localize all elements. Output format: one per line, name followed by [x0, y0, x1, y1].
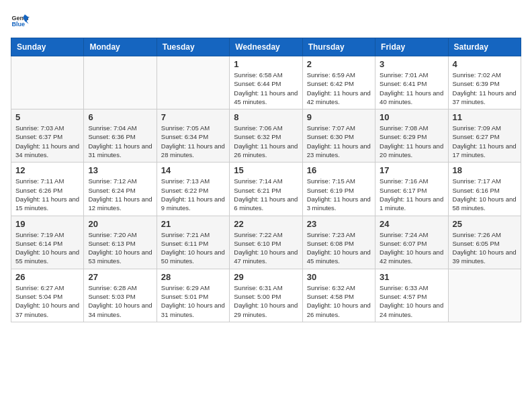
- weekday-header-saturday: Saturday: [448, 38, 521, 56]
- day-info: Sunrise: 6:27 AM Sunset: 5:04 PM Dayligh…: [15, 283, 79, 319]
- day-number: 14: [161, 165, 225, 175]
- day-info: Sunrise: 6:58 AM Sunset: 6:44 PM Dayligh…: [234, 71, 298, 106]
- day-info: Sunrise: 7:02 AM Sunset: 6:39 PM Dayligh…: [453, 71, 517, 106]
- day-number: 22: [234, 219, 298, 229]
- day-number: 19: [15, 219, 79, 229]
- calendar-cell: 27Sunrise: 6:28 AM Sunset: 5:03 PM Dayli…: [84, 269, 157, 322]
- calendar-cell: 18Sunrise: 7:17 AM Sunset: 6:16 PM Dayli…: [448, 163, 521, 216]
- weekday-header-thursday: Thursday: [302, 38, 375, 56]
- calendar-cell: 13Sunrise: 7:12 AM Sunset: 6:24 PM Dayli…: [84, 163, 157, 216]
- day-number: 15: [234, 165, 298, 175]
- weekday-header-friday: Friday: [375, 38, 448, 56]
- day-info: Sunrise: 7:13 AM Sunset: 6:22 PM Dayligh…: [161, 177, 225, 212]
- day-info: Sunrise: 7:01 AM Sunset: 6:41 PM Dayligh…: [380, 71, 443, 106]
- calendar-cell: 15Sunrise: 7:14 AM Sunset: 6:21 PM Dayli…: [230, 163, 302, 216]
- day-number: 31: [380, 272, 443, 282]
- calendar-cell: 9Sunrise: 7:07 AM Sunset: 6:30 PM Daylig…: [302, 109, 375, 163]
- day-info: Sunrise: 7:09 AM Sunset: 6:27 PM Dayligh…: [453, 124, 517, 159]
- calendar-cell: 5Sunrise: 7:03 AM Sunset: 6:37 PM Daylig…: [11, 109, 84, 163]
- day-info: Sunrise: 7:26 AM Sunset: 6:05 PM Dayligh…: [453, 230, 517, 266]
- calendar-cell: 26Sunrise: 6:27 AM Sunset: 5:04 PM Dayli…: [11, 269, 84, 322]
- day-number: 7: [161, 112, 225, 122]
- day-number: 8: [234, 112, 298, 122]
- day-info: Sunrise: 6:29 AM Sunset: 5:01 PM Dayligh…: [161, 283, 225, 319]
- day-info: Sunrise: 7:20 AM Sunset: 6:13 PM Dayligh…: [88, 230, 152, 266]
- weekday-header-wednesday: Wednesday: [230, 38, 302, 56]
- day-info: Sunrise: 6:59 AM Sunset: 6:42 PM Dayligh…: [307, 71, 371, 106]
- calendar-cell: 31Sunrise: 6:33 AM Sunset: 4:57 PM Dayli…: [375, 269, 448, 322]
- day-info: Sunrise: 7:11 AM Sunset: 6:26 PM Dayligh…: [15, 177, 79, 212]
- day-number: 21: [161, 219, 225, 229]
- day-info: Sunrise: 7:07 AM Sunset: 6:30 PM Dayligh…: [307, 124, 371, 159]
- calendar-cell: 2Sunrise: 6:59 AM Sunset: 6:42 PM Daylig…: [302, 56, 375, 109]
- day-number: 24: [380, 219, 443, 229]
- calendar-table: SundayMondayTuesdayWednesdayThursdayFrid…: [11, 38, 521, 322]
- day-info: Sunrise: 7:06 AM Sunset: 6:32 PM Dayligh…: [234, 124, 298, 159]
- day-number: 27: [88, 272, 152, 282]
- calendar-cell: 11Sunrise: 7:09 AM Sunset: 6:27 PM Dayli…: [448, 109, 521, 163]
- calendar-cell: 17Sunrise: 7:16 AM Sunset: 6:17 PM Dayli…: [375, 163, 448, 216]
- calendar-cell: 8Sunrise: 7:06 AM Sunset: 6:32 PM Daylig…: [230, 109, 302, 163]
- day-number: 13: [88, 165, 152, 175]
- calendar-cell: 6Sunrise: 7:04 AM Sunset: 6:36 PM Daylig…: [84, 109, 157, 163]
- logo-icon: General Blue: [11, 11, 30, 30]
- calendar-cell: [11, 56, 84, 109]
- calendar-cell: 1Sunrise: 6:58 AM Sunset: 6:44 PM Daylig…: [230, 56, 302, 109]
- weekday-header-monday: Monday: [84, 38, 157, 56]
- page-header: General Blue: [11, 11, 521, 30]
- day-number: 11: [453, 112, 517, 122]
- day-info: Sunrise: 7:12 AM Sunset: 6:24 PM Dayligh…: [88, 177, 152, 212]
- day-number: 4: [453, 59, 517, 69]
- day-number: 12: [15, 165, 79, 175]
- day-info: Sunrise: 6:31 AM Sunset: 5:00 PM Dayligh…: [234, 283, 298, 319]
- day-number: 1: [234, 59, 298, 69]
- calendar-cell: 30Sunrise: 6:32 AM Sunset: 4:58 PM Dayli…: [302, 269, 375, 322]
- calendar-cell: 24Sunrise: 7:24 AM Sunset: 6:07 PM Dayli…: [375, 216, 448, 269]
- day-info: Sunrise: 7:04 AM Sunset: 6:36 PM Dayligh…: [88, 124, 152, 159]
- day-number: 29: [234, 272, 298, 282]
- day-info: Sunrise: 7:22 AM Sunset: 6:10 PM Dayligh…: [234, 230, 298, 266]
- calendar-cell: [448, 269, 521, 322]
- day-number: 30: [307, 272, 371, 282]
- day-info: Sunrise: 6:32 AM Sunset: 4:58 PM Dayligh…: [307, 283, 371, 319]
- calendar-cell: 28Sunrise: 6:29 AM Sunset: 5:01 PM Dayli…: [157, 269, 229, 322]
- day-info: Sunrise: 7:14 AM Sunset: 6:21 PM Dayligh…: [234, 177, 298, 212]
- calendar-cell: 3Sunrise: 7:01 AM Sunset: 6:41 PM Daylig…: [375, 56, 448, 109]
- day-info: Sunrise: 7:19 AM Sunset: 6:14 PM Dayligh…: [15, 230, 79, 266]
- day-number: 25: [453, 219, 517, 229]
- day-number: 16: [307, 165, 371, 175]
- calendar-cell: 20Sunrise: 7:20 AM Sunset: 6:13 PM Dayli…: [84, 216, 157, 269]
- day-number: 2: [307, 59, 371, 69]
- calendar-cell: 14Sunrise: 7:13 AM Sunset: 6:22 PM Dayli…: [157, 163, 229, 216]
- day-info: Sunrise: 7:05 AM Sunset: 6:34 PM Dayligh…: [161, 124, 225, 159]
- calendar-cell: [157, 56, 229, 109]
- calendar-cell: 23Sunrise: 7:23 AM Sunset: 6:08 PM Dayli…: [302, 216, 375, 269]
- day-number: 5: [15, 112, 79, 122]
- day-number: 17: [380, 165, 443, 175]
- day-number: 9: [307, 112, 371, 122]
- day-number: 26: [15, 272, 79, 282]
- calendar-cell: 10Sunrise: 7:08 AM Sunset: 6:29 PM Dayli…: [375, 109, 448, 163]
- day-info: Sunrise: 7:03 AM Sunset: 6:37 PM Dayligh…: [15, 124, 79, 159]
- day-number: 23: [307, 219, 371, 229]
- day-number: 3: [380, 59, 443, 69]
- calendar-cell: 19Sunrise: 7:19 AM Sunset: 6:14 PM Dayli…: [11, 216, 84, 269]
- day-info: Sunrise: 7:24 AM Sunset: 6:07 PM Dayligh…: [380, 230, 443, 266]
- day-info: Sunrise: 7:21 AM Sunset: 6:11 PM Dayligh…: [161, 230, 225, 266]
- calendar-cell: [84, 56, 157, 109]
- day-info: Sunrise: 7:08 AM Sunset: 6:29 PM Dayligh…: [380, 124, 443, 159]
- calendar-cell: 22Sunrise: 7:22 AM Sunset: 6:10 PM Dayli…: [230, 216, 302, 269]
- day-info: Sunrise: 7:15 AM Sunset: 6:19 PM Dayligh…: [307, 177, 371, 212]
- calendar-cell: 7Sunrise: 7:05 AM Sunset: 6:34 PM Daylig…: [157, 109, 229, 163]
- svg-text:Blue: Blue: [11, 21, 25, 28]
- calendar-cell: 29Sunrise: 6:31 AM Sunset: 5:00 PM Dayli…: [230, 269, 302, 322]
- calendar-cell: 16Sunrise: 7:15 AM Sunset: 6:19 PM Dayli…: [302, 163, 375, 216]
- calendar-cell: 4Sunrise: 7:02 AM Sunset: 6:39 PM Daylig…: [448, 56, 521, 109]
- weekday-header-sunday: Sunday: [11, 38, 84, 56]
- day-info: Sunrise: 6:28 AM Sunset: 5:03 PM Dayligh…: [88, 283, 152, 319]
- day-info: Sunrise: 7:16 AM Sunset: 6:17 PM Dayligh…: [380, 177, 443, 212]
- day-info: Sunrise: 6:33 AM Sunset: 4:57 PM Dayligh…: [380, 283, 443, 319]
- day-number: 10: [380, 112, 443, 122]
- day-number: 18: [453, 165, 517, 175]
- day-number: 6: [88, 112, 152, 122]
